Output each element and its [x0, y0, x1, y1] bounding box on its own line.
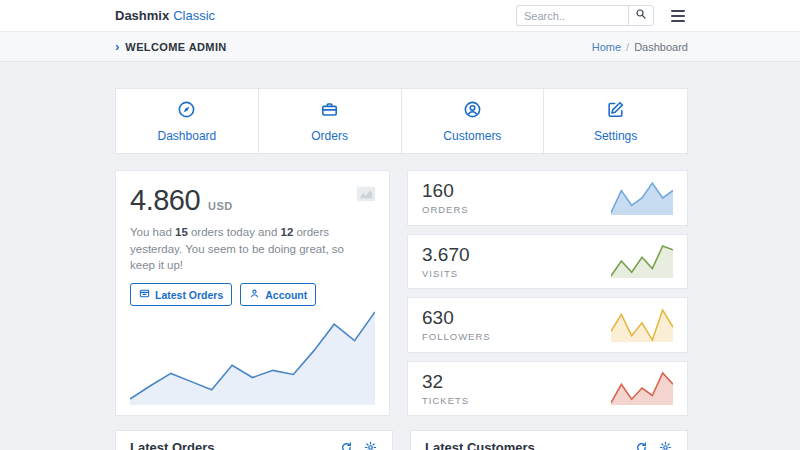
panel-header: Latest Orders — [116, 431, 392, 450]
earnings-amount-row: 4.860 USD — [130, 184, 375, 217]
brand-logo[interactable]: Dashmix Classic — [115, 8, 215, 23]
stat-label: ORDERS — [422, 204, 469, 215]
stat-text: 32 TICKETS — [422, 371, 469, 406]
search-button[interactable] — [628, 5, 654, 26]
settings-button[interactable] — [659, 441, 673, 450]
refresh-icon — [340, 441, 354, 450]
page-title: WELCOME ADMIN — [125, 41, 226, 53]
account-button[interactable]: Account — [240, 283, 316, 306]
refresh-icon — [635, 441, 649, 450]
refresh-button[interactable] — [340, 441, 354, 450]
refresh-button[interactable] — [635, 441, 649, 450]
search-group — [516, 5, 654, 26]
nav-card-settings[interactable]: Settings — [544, 89, 687, 153]
breadcrumb: Home / Dashboard — [592, 41, 688, 53]
tickets-sparkline-chart — [611, 371, 673, 405]
stat-card-visits[interactable]: 3.670 VISITS — [407, 234, 688, 290]
stat-text: 160 ORDERS — [422, 180, 469, 215]
stat-card-orders[interactable]: 160 ORDERS — [407, 170, 688, 226]
header-actions — [516, 5, 688, 26]
panel-title: Latest Orders — [130, 440, 215, 450]
stat-card-tickets[interactable]: 32 TICKETS — [407, 361, 688, 417]
earnings-card: 4.860 USD You had 15 orders today and 12… — [115, 170, 390, 416]
panel-title: Latest Customers — [425, 440, 535, 450]
stats-column: 160 ORDERS 3.670 VISITS 630 FOLLOWERS — [407, 170, 688, 416]
latest-orders-panel: Latest Orders — [115, 430, 393, 450]
compass-icon — [177, 100, 196, 122]
stat-value: 3.670 — [422, 244, 470, 266]
hamburger-menu-button[interactable] — [668, 7, 688, 25]
latest-customers-panel: Latest Customers — [410, 430, 688, 450]
panel-actions — [635, 441, 673, 450]
followers-sparkline-chart — [611, 308, 673, 342]
stat-value: 630 — [422, 307, 491, 329]
top-header: Dashmix Classic — [0, 0, 800, 32]
nav-card-label: Dashboard — [158, 129, 217, 143]
orders-yesterday-count: 12 — [280, 226, 293, 238]
nav-card-orders[interactable]: Orders — [259, 89, 402, 153]
search-icon — [635, 8, 647, 23]
nav-card-dashboard[interactable]: Dashboard — [116, 89, 259, 153]
edit-icon — [606, 100, 625, 122]
stat-card-followers[interactable]: 630 FOLLOWERS — [407, 297, 688, 353]
breadcrumb-current: Dashboard — [634, 41, 688, 53]
summary-text-part: orders today and — [188, 226, 281, 238]
stat-text: 3.670 VISITS — [422, 244, 470, 279]
earnings-actions: Latest Orders Account — [130, 283, 375, 306]
stat-label: VISITS — [422, 268, 470, 279]
settings-button[interactable] — [364, 441, 378, 450]
earnings-summary-text: You had 15 orders today and 12 orders ye… — [130, 224, 375, 274]
breadcrumb-home-link[interactable]: Home — [592, 41, 621, 53]
user-circle-icon — [463, 100, 482, 122]
chart-placeholder-icon — [355, 183, 377, 205]
latest-orders-button[interactable]: Latest Orders — [130, 283, 232, 306]
panel-header: Latest Customers — [411, 431, 687, 450]
stat-value: 160 — [422, 180, 469, 202]
earnings-line-chart — [130, 306, 375, 405]
orders-list-icon — [139, 288, 150, 301]
stat-label: TICKETS — [422, 395, 469, 406]
stat-value: 32 — [422, 371, 469, 393]
orders-today-count: 15 — [175, 226, 188, 238]
earnings-amount: 4.860 — [130, 184, 200, 217]
nav-card-label: Customers — [443, 129, 501, 143]
visits-sparkline-chart — [611, 244, 673, 278]
orders-sparkline-chart — [611, 181, 673, 215]
brand-name-light: Classic — [173, 8, 215, 23]
user-icon — [249, 288, 260, 301]
bottom-panels-row: Latest Orders — [115, 430, 688, 450]
latest-orders-button-label: Latest Orders — [155, 289, 223, 301]
quick-nav-cards: Dashboard Orders Customers — [115, 88, 688, 154]
briefcase-icon — [320, 100, 339, 122]
earnings-currency: USD — [208, 200, 233, 212]
brand-name-bold: Dashmix — [115, 8, 169, 23]
gear-icon — [364, 441, 378, 450]
nav-card-label: Settings — [594, 129, 637, 143]
nav-card-label: Orders — [311, 129, 348, 143]
dashboard-main-row: 4.860 USD You had 15 orders today and 12… — [115, 170, 688, 416]
stat-label: FOLLOWERS — [422, 331, 491, 342]
search-input[interactable] — [516, 5, 628, 26]
nav-card-customers[interactable]: Customers — [402, 89, 545, 153]
main-content: Dashboard Orders Customers — [0, 62, 800, 450]
page-heading: › WELCOME ADMIN — [115, 40, 227, 53]
breadcrumb-bar: › WELCOME ADMIN Home / Dashboard — [0, 32, 800, 62]
account-button-label: Account — [265, 289, 307, 301]
stat-text: 630 FOLLOWERS — [422, 307, 491, 342]
gear-icon — [659, 441, 673, 450]
chevron-right-icon: › — [115, 40, 119, 53]
summary-text-part: You had — [130, 226, 175, 238]
breadcrumb-separator: / — [626, 41, 629, 53]
panel-actions — [340, 441, 378, 450]
